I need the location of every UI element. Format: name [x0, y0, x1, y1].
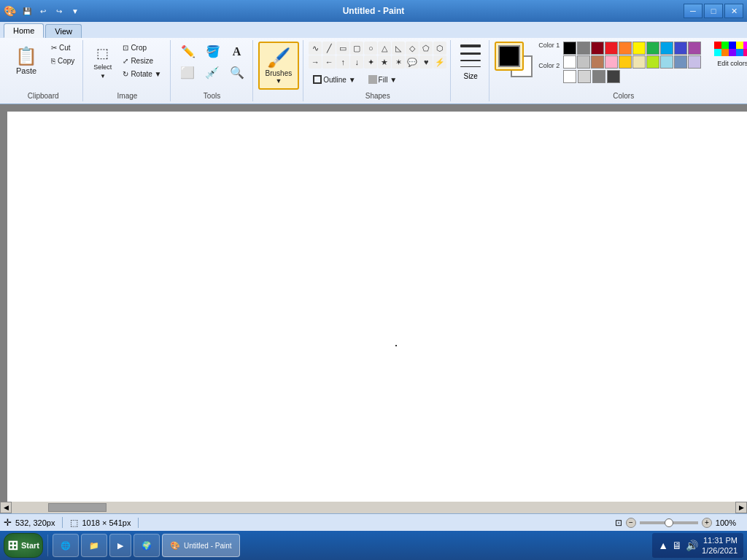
select-button[interactable]: ⬚ Select ▼: [88, 42, 117, 83]
save-button[interactable]: 💾: [20, 4, 34, 18]
cursor-position-section: ✛ 532, 320px: [4, 517, 63, 528]
shape-pentagon[interactable]: ⬠: [419, 42, 433, 55]
taskbar-paint[interactable]: 🎨 Untitled - Paint: [162, 534, 240, 557]
shape-heart[interactable]: ♥: [419, 55, 433, 69]
swatch-white[interactable]: [563, 70, 576, 83]
clipboard-label: Clipboard: [28, 90, 59, 100]
color-swatch-5[interactable]: [632, 42, 646, 55]
quick-access-dropdown[interactable]: ▼: [68, 4, 82, 18]
shape-arrow-left[interactable]: ←: [322, 55, 336, 69]
minimize-button[interactable]: ─: [684, 4, 703, 18]
tray-arrow[interactable]: ▲: [658, 540, 668, 551]
tab-view[interactable]: View: [45, 24, 82, 38]
fill-tool-button[interactable]: 🪣: [201, 42, 225, 61]
scroll-thumb[interactable]: [48, 503, 107, 512]
color-swatch-18[interactable]: [674, 55, 687, 69]
taskbar-explorer[interactable]: 📁: [81, 534, 107, 557]
rotate-button[interactable]: ↻ Rotate ▼: [118, 68, 166, 80]
tray-clock[interactable]: 11:31 PM 1/26/2021: [702, 535, 738, 556]
tray-volume[interactable]: 🔊: [686, 540, 698, 551]
shape-triangle[interactable]: △: [378, 42, 391, 55]
color-swatch-13[interactable]: [605, 55, 618, 69]
taskbar-ie[interactable]: 🌐: [53, 534, 79, 557]
color-swatch-12[interactable]: [591, 55, 604, 69]
color-swatch-8[interactable]: [674, 42, 687, 55]
shape-rect[interactable]: ▭: [336, 42, 349, 55]
zoom-slider[interactable]: [640, 521, 698, 524]
tray-network[interactable]: 🖥: [672, 540, 682, 551]
color-swatch-11[interactable]: [577, 55, 590, 69]
scroll-right-arrow[interactable]: ▶: [735, 502, 747, 513]
color-swatch-4[interactable]: [619, 42, 632, 55]
shape-ellipse[interactable]: ○: [364, 42, 377, 55]
ie-icon: 🌐: [61, 541, 71, 551]
swatch-gray[interactable]: [592, 70, 605, 83]
shape-right-triangle[interactable]: ◺: [392, 42, 405, 55]
paste-button[interactable]: 📋 Paste: [7, 42, 45, 79]
color-swatch-0[interactable]: [563, 42, 576, 55]
image-label: Image: [117, 90, 138, 100]
color-swatch-17[interactable]: [660, 55, 673, 69]
color-swatch-2[interactable]: [591, 42, 604, 55]
color-swatch-6[interactable]: [646, 42, 659, 55]
maximize-button[interactable]: □: [704, 4, 723, 18]
magnifier-button[interactable]: 🔍: [225, 63, 249, 82]
color1-selector[interactable]: [495, 42, 524, 71]
color-swatch-1[interactable]: [577, 42, 590, 55]
redo-button[interactable]: ↪: [52, 4, 66, 18]
color-swatch-3[interactable]: [605, 42, 618, 55]
zoom-out-button[interactable]: −: [626, 518, 636, 528]
shape-arrow-right[interactable]: →: [309, 55, 322, 69]
shape-arrow-up[interactable]: ↑: [336, 55, 349, 69]
shape-arrow-down[interactable]: ↓: [350, 55, 363, 69]
color-swatch-7[interactable]: [660, 42, 673, 55]
edit-colors-button[interactable]: Edit colors: [713, 58, 747, 69]
canvas-size-icon: ⬚: [70, 518, 78, 528]
shape-star4[interactable]: ✦: [364, 55, 377, 69]
zoom-thumb[interactable]: [665, 518, 673, 527]
shape-curve[interactable]: ∿: [309, 42, 322, 55]
start-button[interactable]: ⊞ Start: [4, 533, 43, 558]
shape-lightning[interactable]: ⚡: [433, 55, 446, 69]
color1-box: [498, 45, 520, 67]
size-button[interactable]: Size: [456, 42, 485, 83]
shape-callout[interactable]: 💬: [406, 55, 419, 69]
eraser-button[interactable]: ⬜: [176, 63, 199, 82]
canvas-area[interactable]: [7, 112, 747, 502]
shape-star6[interactable]: ✶: [392, 55, 405, 69]
scroll-left-arrow[interactable]: ◀: [0, 502, 12, 513]
shape-rounded-rect[interactable]: ▢: [350, 42, 363, 55]
canvas-container[interactable]: [0, 104, 747, 502]
color-swatch-14[interactable]: [619, 55, 632, 69]
shape-star5[interactable]: ★: [378, 55, 391, 69]
zoom-in-button[interactable]: +: [702, 518, 712, 528]
copy-button[interactable]: ⎘ Copy: [47, 55, 79, 67]
crop-button[interactable]: ⊡ Crop: [118, 42, 166, 54]
cut-button[interactable]: ✂ Cut: [47, 42, 79, 54]
explorer-icon: 📁: [89, 541, 99, 551]
tab-home[interactable]: Home: [4, 23, 44, 38]
color-picker-button[interactable]: 💉: [201, 63, 224, 82]
pencil-button[interactable]: ✏️: [177, 42, 200, 61]
taskbar-chrome[interactable]: 🌍: [133, 534, 160, 557]
color-swatch-10[interactable]: [563, 55, 576, 69]
taskbar-media[interactable]: ▶: [109, 534, 131, 557]
brushes-button[interactable]: 🖌️ Brushes ▼: [258, 42, 300, 90]
shape-hexagon[interactable]: ⬡: [433, 42, 446, 55]
pencil-icon: ✏️: [181, 44, 196, 58]
color-swatch-19[interactable]: [688, 55, 701, 69]
shape-diamond[interactable]: ◇: [406, 42, 419, 55]
close-button[interactable]: ✕: [724, 4, 743, 18]
resize-button[interactable]: ⤢ Resize: [118, 55, 166, 67]
undo-button[interactable]: ↩: [36, 4, 50, 18]
swatch-darkgray[interactable]: [607, 70, 620, 83]
color-swatch-9[interactable]: [688, 42, 701, 55]
color-swatch-16[interactable]: [646, 55, 659, 69]
swatch-lightgray[interactable]: [578, 70, 591, 83]
color-swatch-15[interactable]: [632, 55, 646, 69]
shape-line[interactable]: ╱: [322, 42, 336, 55]
outline-button[interactable]: Outline ▼: [309, 72, 360, 87]
text-button[interactable]: A: [226, 42, 248, 61]
scroll-track[interactable]: [12, 502, 735, 513]
fill-dropdown-button[interactable]: Fill ▼: [364, 72, 401, 87]
